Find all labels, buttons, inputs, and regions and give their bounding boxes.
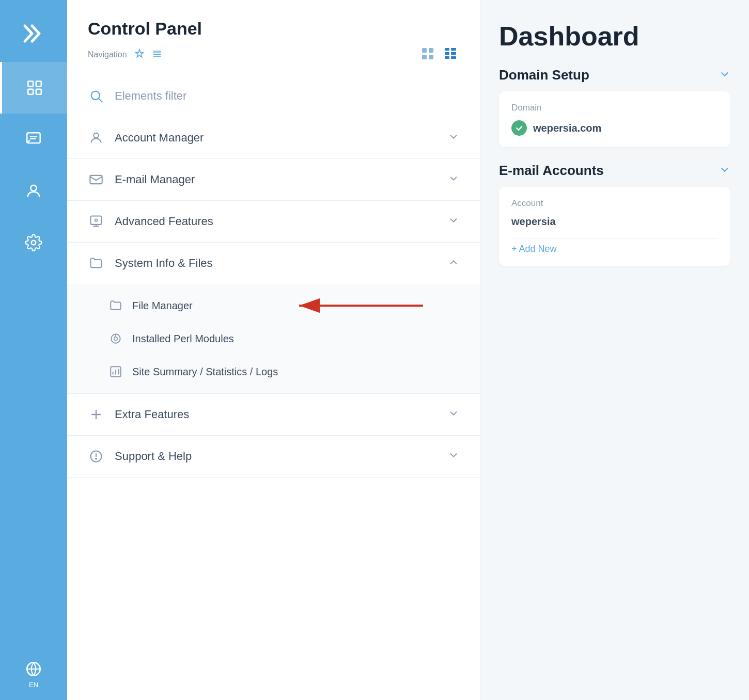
svg-rect-1 xyxy=(36,81,41,86)
nav-item-advanced-features[interactable]: Advanced Features xyxy=(67,201,480,243)
advanced-features-chevron[interactable] xyxy=(448,215,459,228)
domain-setup-title: Domain Setup xyxy=(499,67,589,83)
domain-setup-header[interactable]: Domain Setup xyxy=(499,67,730,83)
perl-modules-label: Installed Perl Modules xyxy=(132,333,234,345)
sidebar-item-settings[interactable] xyxy=(0,217,67,268)
file-manager-icon xyxy=(108,298,123,313)
svg-point-8 xyxy=(32,241,36,245)
system-info-chevron[interactable] xyxy=(448,257,459,270)
svg-rect-15 xyxy=(422,48,427,53)
settings-icon xyxy=(25,234,42,251)
globe-label: EN xyxy=(29,681,38,689)
grid-icon xyxy=(26,79,43,97)
page-title: Control Panel xyxy=(88,19,459,39)
search-icon xyxy=(88,88,104,104)
domain-check-icon xyxy=(511,120,527,136)
user-icon xyxy=(25,182,42,200)
nav-items: Elements filter Account Manager xyxy=(67,75,480,700)
main-panel: Control Panel Navigation xyxy=(67,0,480,700)
list-icon[interactable] xyxy=(152,49,162,61)
site-summary-label: Site Summary / Statistics / Logs xyxy=(132,366,278,378)
nav-item-support-help-header[interactable]: Support & Help xyxy=(67,436,480,477)
svg-rect-2 xyxy=(28,89,33,94)
domain-card: Domain wepersia.com xyxy=(499,91,730,147)
sidebar: EN xyxy=(0,0,67,700)
nav-label: Navigation xyxy=(88,50,127,59)
email-accounts-section: E-mail Accounts Account wepersia + Add N… xyxy=(499,163,730,266)
svg-rect-24 xyxy=(451,56,456,59)
right-panel: Dashboard Domain Setup Domain wepersia.c… xyxy=(480,0,749,700)
dashboard-title: Dashboard xyxy=(499,21,730,52)
account-manager-icon xyxy=(88,130,104,146)
elements-filter-label: Elements filter xyxy=(115,89,459,103)
cp-header: Control Panel Navigation xyxy=(67,0,480,75)
grid-view-button[interactable] xyxy=(419,45,436,65)
svg-rect-17 xyxy=(422,55,427,59)
account-manager-chevron[interactable] xyxy=(448,131,459,145)
sidebar-item-user[interactable] xyxy=(0,165,67,217)
nav-item-account-manager[interactable]: Account Manager xyxy=(67,117,480,159)
nav-left: Navigation xyxy=(88,49,162,61)
nav-item-extra-features-header[interactable]: Extra Features xyxy=(67,394,480,435)
svg-point-27 xyxy=(93,133,98,138)
sidebar-item-globe[interactable]: EN xyxy=(0,648,67,700)
site-summary-icon xyxy=(108,364,123,379)
svg-rect-20 xyxy=(451,48,456,51)
nav-item-elements-filter[interactable]: Elements filter xyxy=(67,75,480,117)
nav-item-support-help[interactable]: Support & Help xyxy=(67,436,480,478)
pin-icon[interactable] xyxy=(134,49,145,61)
svg-rect-3 xyxy=(36,89,41,94)
globe-icon xyxy=(25,660,42,678)
extra-features-chevron[interactable] xyxy=(448,408,459,421)
nav-item-extra-features[interactable]: Extra Features xyxy=(67,394,480,436)
nav-item-email-manager[interactable]: E-mail Manager xyxy=(67,159,480,201)
nav-sub-item-perl-modules[interactable]: Installed Perl Modules xyxy=(98,322,480,355)
extra-features-label: Extra Features xyxy=(115,408,438,421)
sidebar-logo[interactable] xyxy=(15,15,52,52)
domain-card-label: Domain xyxy=(511,103,718,113)
system-info-label: System Info & Files xyxy=(115,257,438,270)
svg-rect-16 xyxy=(429,48,433,53)
email-accounts-header[interactable]: E-mail Accounts xyxy=(499,163,730,179)
sidebar-item-chat[interactable] xyxy=(0,114,67,165)
support-help-chevron[interactable] xyxy=(448,450,459,463)
svg-rect-0 xyxy=(28,81,33,86)
nav-item-email-manager-header[interactable]: E-mail Manager xyxy=(67,159,480,200)
email-accounts-chevron[interactable] xyxy=(719,164,730,178)
file-manager-label: File Manager xyxy=(132,300,193,312)
nav-item-system-info-header[interactable]: System Info & Files xyxy=(67,243,480,284)
svg-point-7 xyxy=(30,185,36,191)
perl-modules-icon xyxy=(108,331,123,346)
domain-card-value-row: wepersia.com xyxy=(511,120,718,136)
nav-item-advanced-features-header[interactable]: Advanced Features xyxy=(67,201,480,242)
domain-setup-chevron[interactable] xyxy=(719,69,730,82)
add-new-button[interactable]: + Add New xyxy=(511,238,718,254)
support-help-icon xyxy=(88,448,104,465)
message-icon xyxy=(25,131,42,148)
advanced-features-label: Advanced Features xyxy=(115,215,438,228)
account-card-label: Account xyxy=(511,198,718,209)
svg-point-30 xyxy=(95,219,98,221)
nav-item-system-info[interactable]: System Info & Files File Manager xyxy=(67,243,480,394)
advanced-features-icon xyxy=(88,213,104,230)
sidebar-item-grid[interactable] xyxy=(0,62,67,114)
svg-rect-29 xyxy=(91,216,102,225)
svg-rect-21 xyxy=(445,52,449,55)
email-manager-chevron[interactable] xyxy=(448,173,459,186)
view-icons xyxy=(419,45,459,65)
svg-rect-22 xyxy=(451,52,456,55)
nav-item-elements-filter-header[interactable]: Elements filter xyxy=(67,75,480,117)
svg-point-36 xyxy=(114,337,118,341)
nav-sub-item-site-summary[interactable]: Site Summary / Statistics / Logs xyxy=(98,355,480,388)
nav-item-account-manager-header[interactable]: Account Manager xyxy=(67,117,480,158)
email-manager-icon xyxy=(88,171,104,188)
nav-row: Navigation xyxy=(88,45,459,65)
system-info-sub-items: File Manager xyxy=(67,284,480,393)
email-accounts-title: E-mail Accounts xyxy=(499,163,604,179)
nav-sub-item-file-manager[interactable]: File Manager xyxy=(98,289,480,322)
extra-features-icon xyxy=(88,406,104,423)
support-help-label: Support & Help xyxy=(115,450,438,463)
list-view-button[interactable] xyxy=(442,45,459,65)
email-manager-label: E-mail Manager xyxy=(115,173,438,186)
domain-value: wepersia.com xyxy=(533,122,601,134)
